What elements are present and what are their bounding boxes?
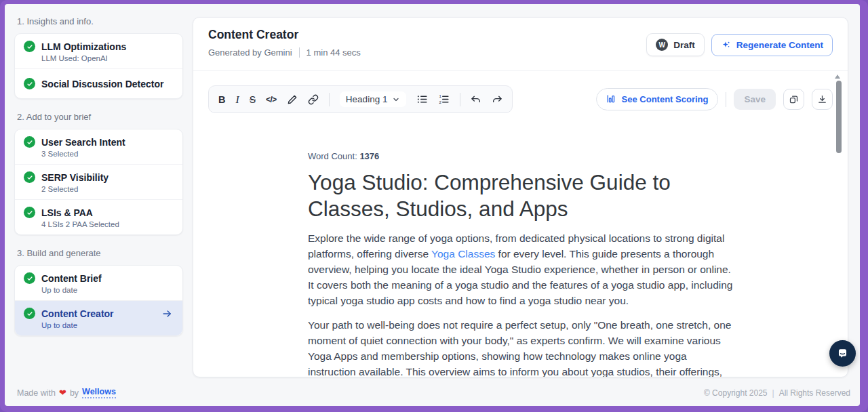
sidebar-item-subtitle: LLM Used: OpenAI bbox=[41, 54, 174, 62]
by-text: by bbox=[70, 388, 79, 398]
sidebar-item-lsis-paa[interactable]: LSIs & PAA 4 LSIs 2 PAA Selected bbox=[15, 200, 182, 234]
download-icon bbox=[817, 94, 827, 104]
download-button[interactable] bbox=[812, 89, 833, 110]
svg-text:2: 2 bbox=[439, 100, 442, 104]
document-paragraph-2[interactable]: Your path to well-being does not require… bbox=[308, 317, 733, 377]
sparkle-icon bbox=[721, 40, 731, 50]
heading-dropdown-label: Heading 1 bbox=[346, 94, 388, 104]
sidebar-item-title: Social Discussion Detector bbox=[41, 79, 164, 89]
code-button[interactable]: </> bbox=[266, 95, 277, 104]
panel-header: Content Creator Generated by Gemini 1 mi… bbox=[193, 18, 848, 71]
sidebar-item-title: SERP Visibility bbox=[41, 172, 108, 183]
wellows-link[interactable]: Wellows bbox=[82, 387, 116, 398]
document-paragraph-1[interactable]: Explore the wide range of yoga options, … bbox=[308, 230, 733, 308]
document-title[interactable]: Yoga Studio: Comprehensive Guide to Clas… bbox=[308, 169, 733, 222]
sidebar-item-title: Content Creator bbox=[41, 308, 114, 319]
save-button[interactable]: Save bbox=[734, 89, 776, 110]
bar-chart-icon bbox=[606, 94, 616, 104]
check-circle-icon bbox=[24, 136, 35, 148]
sidebar-item-subtitle: 2 Selected bbox=[41, 185, 174, 193]
main-panel: Content Creator Generated by Gemini 1 mi… bbox=[193, 17, 848, 377]
made-with-text: Made with bbox=[17, 388, 56, 398]
undo-button[interactable] bbox=[471, 94, 481, 105]
heading-dropdown[interactable]: Heading 1 bbox=[340, 91, 407, 107]
generated-by-text: Generated by Gemini bbox=[208, 47, 292, 58]
regenerate-button-label: Regenerate Content bbox=[736, 40, 823, 50]
draft-button[interactable]: W Draft bbox=[646, 33, 705, 56]
chat-widget-button[interactable] bbox=[829, 340, 856, 367]
sidebar-item-content-creator[interactable]: Content Creator Up to date bbox=[15, 301, 182, 335]
copyright-divider: | bbox=[772, 388, 774, 398]
copy-button[interactable] bbox=[783, 89, 804, 110]
heart-icon: ❤ bbox=[59, 388, 66, 398]
sidebar-item-user-search-intent[interactable]: User Search Intent 3 Selected bbox=[15, 129, 182, 165]
actions-divider bbox=[726, 92, 726, 107]
see-content-scoring-label: See Content Scoring bbox=[622, 94, 709, 104]
italic-button[interactable]: I bbox=[235, 94, 239, 106]
sidebar-item-subtitle: Up to date bbox=[41, 286, 174, 294]
bullet-list-button[interactable] bbox=[416, 94, 428, 105]
check-circle-icon bbox=[24, 272, 35, 284]
formatting-toolbar: B I S </> Heading 1 bbox=[208, 85, 513, 113]
chat-bubble-icon bbox=[836, 347, 849, 360]
editor-area: B I S </> Heading 1 bbox=[193, 71, 848, 377]
draft-button-label: Draft bbox=[673, 40, 695, 50]
sidebar-item-social-discussion-detector[interactable]: Social Discussion Detector bbox=[15, 69, 182, 98]
sidebar-item-llm-optimizations[interactable]: LLM Optimizations LLM Used: OpenAI bbox=[15, 34, 182, 69]
sidebar-item-serp-visibility[interactable]: SERP Visibility 2 Selected bbox=[15, 165, 182, 200]
app-frame: 1. Insights and info. LLM Optimizations … bbox=[0, 0, 868, 412]
sidebar-section-label-brief: 2. Add to your brief bbox=[17, 112, 183, 122]
sidebar-card-brief: User Search Intent 3 Selected SERP Visib… bbox=[14, 129, 183, 235]
scrollbar-thumb[interactable] bbox=[836, 81, 842, 153]
bold-button[interactable]: B bbox=[218, 94, 225, 105]
sidebar-item-title: LLM Optimizations bbox=[41, 41, 126, 52]
sidebar-item-title: User Search Intent bbox=[41, 137, 125, 148]
check-circle-icon bbox=[24, 308, 35, 319]
word-count: Word Count: 1376 bbox=[308, 151, 733, 161]
copyright-text: © Copyright 2025 | All Rights Reserved bbox=[704, 388, 850, 398]
check-circle-icon bbox=[24, 171, 35, 183]
sidebar-card-insights: LLM Optimizations LLM Used: OpenAI Socia… bbox=[14, 33, 183, 99]
redo-button[interactable] bbox=[492, 94, 502, 105]
check-circle-icon bbox=[24, 41, 35, 52]
svg-text:1: 1 bbox=[439, 94, 442, 98]
header-sub-divider bbox=[299, 47, 300, 58]
sidebar-item-subtitle: Up to date bbox=[41, 321, 174, 329]
sidebar-item-title: Content Brief bbox=[41, 273, 102, 284]
pen-button[interactable] bbox=[287, 94, 298, 105]
document-content[interactable]: Word Count: 1376 Yoga Studio: Comprehens… bbox=[308, 151, 733, 377]
sidebar-item-title: LSIs & PAA bbox=[41, 207, 93, 218]
word-count-value: 1376 bbox=[359, 151, 379, 161]
yoga-classes-link[interactable]: Yoga Classes bbox=[431, 248, 495, 260]
arrow-right-icon bbox=[161, 308, 174, 319]
strikethrough-button[interactable]: S bbox=[250, 94, 256, 105]
sidebar: 1. Insights and info. LLM Optimizations … bbox=[5, 4, 193, 360]
sidebar-section-label-insights: 1. Insights and info. bbox=[17, 16, 183, 26]
sidebar-item-subtitle: 3 Selected bbox=[41, 150, 174, 158]
sidebar-item-content-brief[interactable]: Content Brief Up to date bbox=[15, 266, 182, 301]
scrollbar-up-arrow[interactable] bbox=[835, 75, 840, 79]
page-title: Content Creator bbox=[208, 28, 361, 42]
copy-icon bbox=[789, 94, 799, 104]
made-with-footer: Made with ❤ by Wellows bbox=[17, 387, 116, 398]
toolbar-divider bbox=[329, 93, 330, 106]
see-content-scoring-button[interactable]: See Content Scoring bbox=[596, 88, 719, 110]
editor-toolbar: B I S </> Heading 1 bbox=[193, 71, 848, 113]
page-background: 1. Insights and info. LLM Optimizations … bbox=[5, 4, 860, 406]
link-button[interactable] bbox=[308, 94, 319, 105]
chevron-down-icon bbox=[392, 96, 400, 104]
check-circle-icon bbox=[24, 78, 35, 89]
regenerate-content-button[interactable]: Regenerate Content bbox=[711, 34, 833, 56]
sidebar-item-subtitle: 4 LSIs 2 PAA Selected bbox=[41, 220, 174, 228]
toolbar-divider bbox=[460, 93, 460, 106]
generation-duration: 1 min 44 secs bbox=[307, 47, 361, 58]
editor-actions: See Content Scoring Save bbox=[596, 88, 833, 110]
wordpress-icon: W bbox=[656, 39, 668, 51]
sidebar-card-generate: Content Brief Up to date Content Creator bbox=[14, 265, 183, 336]
check-circle-icon bbox=[24, 207, 35, 218]
sidebar-section-label-generate: 3. Build and generate bbox=[17, 248, 183, 258]
ordered-list-button[interactable]: 12 bbox=[438, 94, 450, 105]
